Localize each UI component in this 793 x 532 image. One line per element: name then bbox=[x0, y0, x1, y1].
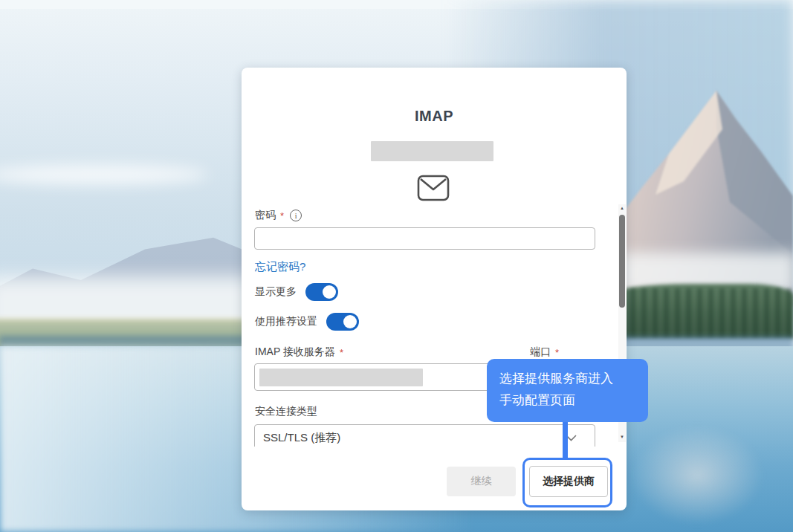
recommended-settings-toggle[interactable] bbox=[326, 313, 359, 331]
security-select-value: SSL/TLS (推荐) bbox=[263, 431, 340, 444]
server-input[interactable] bbox=[254, 363, 517, 391]
port-required-mark: * bbox=[555, 347, 559, 358]
server-label: IMAP 接收服务器 bbox=[255, 346, 335, 359]
screen: IMAP 密码 * i 忘记密码? 显示更多 使用推荐设置 IMA bbox=[0, 0, 793, 532]
toggle-knob bbox=[323, 285, 336, 299]
imap-setup-dialog: IMAP 密码 * i 忘记密码? 显示更多 使用推荐设置 IMA bbox=[242, 68, 627, 510]
security-label-row: 安全连接类型 bbox=[255, 405, 317, 418]
dialog-title: IMAP bbox=[242, 108, 627, 125]
scrollbar-thumb[interactable] bbox=[619, 215, 625, 308]
show-more-row: 显示更多 bbox=[255, 283, 338, 301]
password-required-mark: * bbox=[280, 210, 284, 221]
wallpaper-reflection bbox=[630, 425, 764, 525]
password-label: 密码 bbox=[255, 209, 276, 222]
tooltip-text-line1: 选择提供服务商进入 bbox=[499, 368, 648, 389]
forgot-password-link[interactable]: 忘记密码? bbox=[255, 260, 305, 274]
password-label-row: 密码 * i bbox=[255, 209, 302, 222]
server-label-row: IMAP 接收服务器 * bbox=[255, 346, 343, 359]
wallpaper-forest-texture bbox=[608, 288, 793, 337]
info-icon[interactable]: i bbox=[290, 210, 302, 221]
mail-envelope-icon bbox=[417, 174, 450, 202]
continue-button[interactable]: 继续 bbox=[447, 467, 516, 496]
password-input[interactable] bbox=[254, 227, 595, 250]
account-redacted-value bbox=[371, 141, 493, 161]
scroll-down-icon[interactable]: ▼ bbox=[618, 433, 626, 441]
annotation-highlight-box bbox=[522, 458, 612, 507]
scroll-up-icon[interactable]: ▲ bbox=[618, 204, 626, 212]
toggle-knob bbox=[343, 315, 357, 328]
annotation-tooltip: 选择提供服务商进入 手动配置页面 bbox=[487, 359, 648, 422]
port-label-row: 端口 * bbox=[530, 346, 559, 359]
recommended-settings-row: 使用推荐设置 bbox=[255, 313, 359, 331]
port-label: 端口 bbox=[530, 346, 551, 359]
server-required-mark: * bbox=[340, 347, 343, 358]
show-more-label: 显示更多 bbox=[255, 285, 297, 299]
recommended-settings-label: 使用推荐设置 bbox=[255, 315, 317, 328]
tooltip-text-line2: 手动配置页面 bbox=[499, 389, 648, 411]
security-label: 安全连接类型 bbox=[255, 405, 317, 418]
show-more-toggle[interactable] bbox=[305, 283, 338, 301]
security-select[interactable]: SSL/TLS (推荐) bbox=[254, 424, 595, 447]
server-redacted-value bbox=[259, 369, 423, 386]
